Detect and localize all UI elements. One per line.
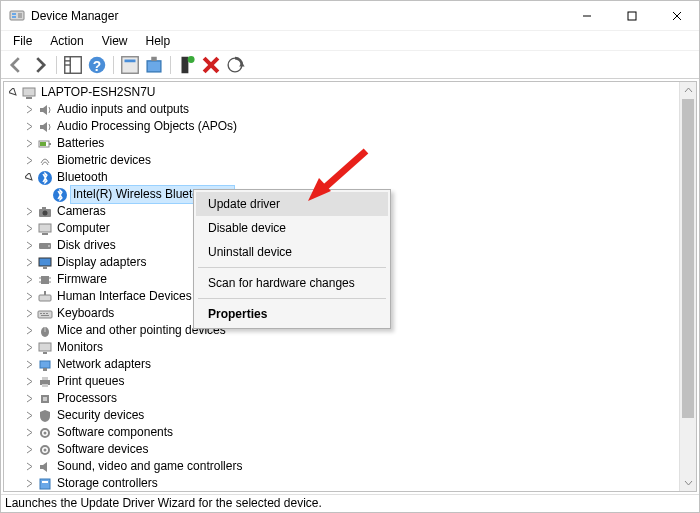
expander-closed-icon[interactable] [22, 460, 36, 474]
tree-node-batteries[interactable]: Batteries [4, 135, 696, 152]
audio-icon [37, 119, 53, 135]
node-label: Print queues [57, 373, 124, 390]
display-icon [37, 255, 53, 271]
tree-node-storage[interactable]: Storage controllers [4, 475, 696, 491]
tree-node-audio[interactable]: Audio inputs and outputs [4, 101, 696, 118]
help-button[interactable]: ? [86, 54, 108, 76]
svg-rect-48 [44, 291, 46, 295]
scroll-thumb[interactable] [682, 99, 694, 418]
scan-hardware-button[interactable] [224, 54, 246, 76]
node-label: Audio inputs and outputs [57, 101, 189, 118]
maximize-button[interactable] [609, 1, 654, 31]
expander-closed-icon[interactable] [22, 341, 36, 355]
expander-closed-icon[interactable] [22, 120, 36, 134]
node-label: Bluetooth [57, 169, 108, 186]
node-label: Software devices [57, 441, 148, 458]
expander-closed-icon[interactable] [22, 256, 36, 270]
expander-closed-icon[interactable] [22, 273, 36, 287]
expander-closed-icon[interactable] [22, 154, 36, 168]
expander-closed-icon[interactable] [22, 307, 36, 321]
scroll-track[interactable] [680, 99, 696, 474]
tree-node-processors[interactable]: Processors [4, 390, 696, 407]
svg-marker-23 [239, 62, 245, 66]
expander-closed-icon[interactable] [22, 239, 36, 253]
expander-closed-icon[interactable] [22, 392, 36, 406]
toolbar: ? [1, 51, 699, 79]
ctx-separator [198, 267, 386, 268]
svg-point-66 [44, 431, 47, 434]
expander-closed-icon[interactable] [22, 358, 36, 372]
node-label: Security devices [57, 407, 144, 424]
tree-node-biometric[interactable]: Biometric devices [4, 152, 696, 169]
properties-button[interactable] [119, 54, 141, 76]
ctx-disable-device[interactable]: Disable device [196, 216, 388, 240]
enable-button[interactable] [176, 54, 198, 76]
chip-icon [37, 272, 53, 288]
forward-button[interactable] [29, 54, 51, 76]
tree-node-print[interactable]: Print queues [4, 373, 696, 390]
expander-open-icon[interactable] [6, 86, 20, 100]
svg-rect-40 [39, 258, 51, 266]
svg-point-39 [48, 245, 50, 247]
tree-node-sound[interactable]: Sound, video and game controllers [4, 458, 696, 475]
svg-text:?: ? [93, 58, 101, 73]
close-button[interactable] [654, 1, 699, 31]
menu-view[interactable]: View [94, 33, 136, 49]
expander-closed-icon[interactable] [22, 290, 36, 304]
svg-rect-15 [125, 59, 136, 62]
menu-help[interactable]: Help [138, 33, 179, 49]
ctx-update-driver[interactable]: Update driver [196, 192, 388, 216]
tree-node-network[interactable]: Network adapters [4, 356, 696, 373]
expander-closed-icon[interactable] [22, 222, 36, 236]
scroll-up-button[interactable] [680, 82, 696, 99]
minimize-button[interactable] [564, 1, 609, 31]
scroll-down-button[interactable] [680, 474, 696, 491]
tree-node-monitors[interactable]: Monitors [4, 339, 696, 356]
node-label: LAPTOP-ESH2SN7U [41, 84, 156, 101]
svg-rect-14 [122, 56, 139, 73]
gear-icon [37, 442, 53, 458]
keyboard-icon [37, 306, 53, 322]
window-controls [564, 1, 699, 31]
svg-rect-29 [49, 143, 51, 145]
expander-closed-icon[interactable] [22, 426, 36, 440]
window-title: Device Manager [31, 9, 118, 23]
expander-open-icon[interactable] [22, 171, 36, 185]
camera-icon [37, 204, 53, 220]
menu-action[interactable]: Action [42, 33, 91, 49]
menu-file[interactable]: File [5, 33, 40, 49]
tree-node-apo[interactable]: Audio Processing Objects (APOs) [4, 118, 696, 135]
node-label: Disk drives [57, 237, 116, 254]
uninstall-button[interactable] [200, 54, 222, 76]
back-button[interactable] [5, 54, 27, 76]
expander-closed-icon[interactable] [22, 324, 36, 338]
tree-node-security[interactable]: Security devices [4, 407, 696, 424]
expander-closed-icon[interactable] [22, 137, 36, 151]
node-label: Biometric devices [57, 152, 151, 169]
expander-closed-icon[interactable] [22, 409, 36, 423]
expander-closed-icon[interactable] [22, 205, 36, 219]
svg-rect-50 [40, 313, 42, 314]
expander-closed-icon[interactable] [22, 477, 36, 491]
vertical-scrollbar[interactable] [679, 82, 696, 491]
tree-node-swcomp[interactable]: Software components [4, 424, 696, 441]
expander-closed-icon[interactable] [22, 443, 36, 457]
svg-rect-2 [12, 16, 16, 18]
svg-rect-24 [23, 88, 35, 96]
storage-icon [37, 476, 53, 492]
svg-rect-35 [42, 207, 46, 209]
expander-closed-icon[interactable] [22, 103, 36, 117]
node-label: Human Interface Devices [57, 288, 192, 305]
ctx-uninstall-device[interactable]: Uninstall device [196, 240, 388, 264]
tree-node-bluetooth[interactable]: Bluetooth [4, 169, 696, 186]
svg-rect-58 [40, 361, 50, 368]
svg-rect-18 [182, 56, 189, 73]
show-hide-tree-button[interactable] [62, 54, 84, 76]
ctx-properties[interactable]: Properties [196, 302, 388, 326]
ctx-scan-hardware[interactable]: Scan for hardware changes [196, 271, 388, 295]
update-driver-button[interactable] [143, 54, 165, 76]
expander-closed-icon[interactable] [22, 375, 36, 389]
tree-node-swdev[interactable]: Software devices [4, 441, 696, 458]
svg-rect-16 [147, 60, 161, 71]
tree-root[interactable]: LAPTOP-ESH2SN7U [4, 84, 696, 101]
